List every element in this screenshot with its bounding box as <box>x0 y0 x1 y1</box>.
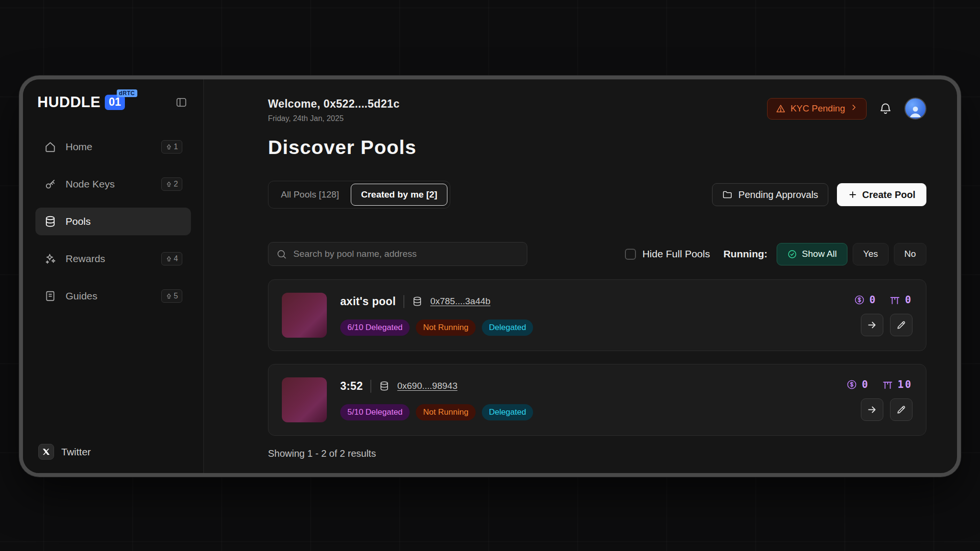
nodes-count: 10 <box>898 379 913 390</box>
shortcut-badge: 5 <box>161 289 182 303</box>
pool-info: axit's pool 0x785....3a44b 6/10 Delegate… <box>340 295 533 336</box>
shortcut-badge: 4 <box>161 252 182 265</box>
search-box[interactable] <box>268 242 527 266</box>
credits-count: 0 <box>862 379 869 390</box>
show-all-label: Show All <box>802 249 837 259</box>
welcome-block: Welcome, 0x522....5d21c Friday, 24th Jan… <box>268 98 400 123</box>
logo-drtc-badge: dRTC <box>117 89 137 97</box>
plus-icon <box>848 190 858 199</box>
arrow-right-icon <box>867 404 878 415</box>
nodes-stat: 0 <box>889 294 913 306</box>
pending-approvals-button[interactable]: Pending Approvals <box>712 183 828 206</box>
running-no-button[interactable]: No <box>894 243 926 265</box>
home-icon <box>44 141 56 153</box>
chevron-right-icon <box>850 103 858 114</box>
book-icon <box>44 290 56 302</box>
sidebar-nav: Home 1 Node Keys 2 <box>35 133 191 320</box>
sidebar-footer: Twitter <box>35 444 191 460</box>
date-text: Friday, 24th Jan, 2025 <box>268 114 400 123</box>
hide-full-pools-label: Hide Full Pools <box>642 248 710 260</box>
pool-card: 3:52 0x690....98943 5/10 Delegated Not R… <box>268 364 926 436</box>
x-logo-icon[interactable] <box>38 444 54 460</box>
gate-icon <box>882 379 893 390</box>
arrow-right-icon <box>867 320 878 331</box>
pool-address-link[interactable]: 0x785....3a44b <box>430 296 490 307</box>
welcome-text: Welcome, 0x522....5d21c <box>268 98 400 110</box>
top-actions: KYC Pending <box>767 98 926 120</box>
logo-badge-wrap: 01 dRTC <box>105 95 125 110</box>
edit-pool-button[interactable] <box>890 398 913 421</box>
pool-name: axit's pool <box>340 295 396 308</box>
database-icon <box>44 215 56 228</box>
desktop-background: HUDDLE 01 dRTC Home <box>0 0 980 551</box>
pool-name: 3:52 <box>340 380 363 393</box>
status-badge: Not Running <box>416 404 476 420</box>
pool-info: 3:52 0x690....98943 5/10 Delegated Not R… <box>340 380 533 420</box>
sidebar-item-guides[interactable]: Guides 5 <box>35 282 191 310</box>
pool-address-link[interactable]: 0x690....98943 <box>397 381 457 391</box>
hide-full-pools-checkbox[interactable] <box>625 249 636 260</box>
folder-icon <box>722 189 733 200</box>
edit-pool-button[interactable] <box>890 314 913 336</box>
sidebar-item-label: Home <box>66 141 152 153</box>
pool-right: 0 10 <box>846 379 913 421</box>
sidebar-item-label: Pools <box>66 216 182 227</box>
divider <box>370 380 371 393</box>
pool-right: 0 0 <box>854 294 913 336</box>
running-show-all-button[interactable]: Show All <box>777 243 847 265</box>
sidebar-item-rewards[interactable]: Rewards 4 <box>35 245 191 273</box>
sparkles-icon <box>44 253 56 265</box>
kyc-pending-button[interactable]: KYC Pending <box>767 98 867 120</box>
user-avatar[interactable] <box>904 98 926 120</box>
shift-icon <box>166 181 172 187</box>
divider <box>403 295 404 308</box>
page-title: Discover Pools <box>268 136 926 159</box>
pending-approvals-label: Pending Approvals <box>738 189 818 200</box>
delegation-badge: 6/10 Delegated <box>340 320 410 336</box>
pool-avatar <box>282 293 327 338</box>
pencil-icon <box>896 404 907 415</box>
person-icon <box>908 103 923 119</box>
shortcut-number: 2 <box>174 180 178 188</box>
sidebar-item-label: Rewards <box>66 253 152 264</box>
nodes-stat: 10 <box>882 379 913 390</box>
pool-card: axit's pool 0x785....3a44b 6/10 Delegate… <box>268 279 926 351</box>
twitter-link[interactable]: Twitter <box>61 446 91 458</box>
notifications-bell-icon[interactable] <box>879 102 892 116</box>
create-pool-button[interactable]: Create Pool <box>837 183 926 206</box>
logo-wordmark: HUDDLE <box>37 94 100 111</box>
sidebar-item-node-keys[interactable]: Node Keys 2 <box>35 170 191 198</box>
sidebar-collapse-icon[interactable] <box>174 95 189 110</box>
open-pool-button[interactable] <box>861 398 883 421</box>
main-content: Welcome, 0x522....5d21c Friday, 24th Jan… <box>204 79 957 473</box>
create-pool-label: Create Pool <box>862 189 915 200</box>
mode-badge: Delegated <box>482 320 534 336</box>
search-input[interactable] <box>293 249 519 259</box>
shortcut-badge: 2 <box>161 177 182 191</box>
pencil-icon <box>896 320 907 331</box>
sidebar-header: HUDDLE 01 dRTC <box>35 94 191 111</box>
toolbar-actions: Pending Approvals Create Pool <box>712 183 926 206</box>
shift-icon <box>166 293 172 299</box>
open-pool-button[interactable] <box>861 314 883 336</box>
shortcut-number: 4 <box>174 254 178 263</box>
search-icon <box>276 249 287 260</box>
credits-count: 0 <box>869 294 877 306</box>
sidebar-item-pools[interactable]: Pools <box>35 208 191 235</box>
database-icon <box>379 381 390 391</box>
database-icon <box>412 296 423 307</box>
tab-created-by-me[interactable]: Created by me [2] <box>351 184 447 206</box>
tab-all-pools[interactable]: All Pools [128] <box>271 184 349 206</box>
pool-avatar <box>282 377 327 422</box>
kyc-pending-label: KYC Pending <box>791 103 845 114</box>
credits-stat: 0 <box>846 379 869 390</box>
key-icon <box>44 178 56 190</box>
top-bar: Welcome, 0x522....5d21c Friday, 24th Jan… <box>268 98 926 123</box>
filter-group: Hide Full Pools Running: Show All Yes No <box>625 243 926 265</box>
warning-icon <box>776 104 786 114</box>
sidebar-item-home[interactable]: Home 1 <box>35 133 191 161</box>
delegation-badge: 5/10 Delegated <box>340 404 410 420</box>
pools-tabs: All Pools [128] Created by me [2] <box>268 181 450 209</box>
running-yes-button[interactable]: Yes <box>853 243 889 265</box>
mode-badge: Delegated <box>482 404 534 420</box>
